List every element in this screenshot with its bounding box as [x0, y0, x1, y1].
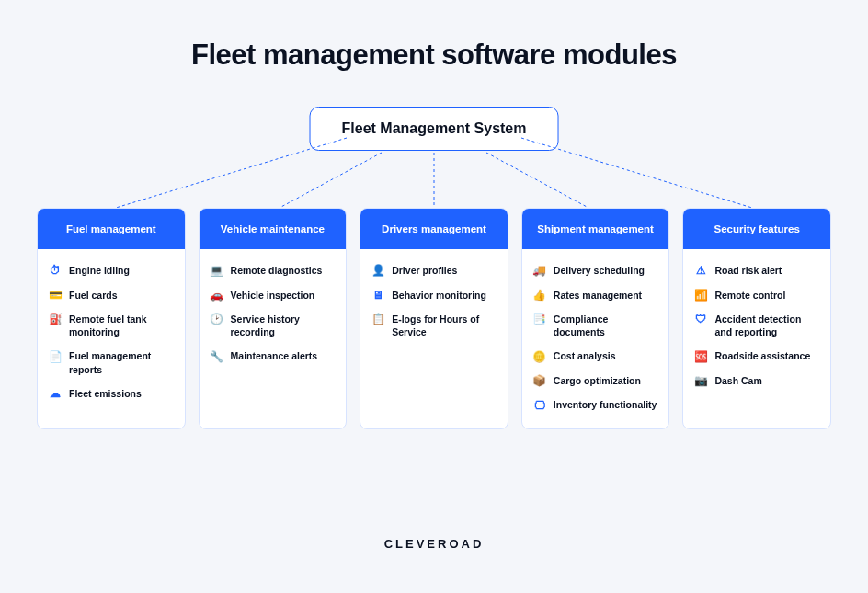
- feature-label: Engine idling: [69, 264, 130, 277]
- feature-label: Behavior monitoring: [392, 289, 486, 302]
- feature-label: Remote diagnostics: [231, 264, 323, 277]
- feature-label: Service history recording: [231, 313, 336, 338]
- history-icon: 🕑: [211, 314, 223, 326]
- feature-item: 🔧Maintenance alerts: [211, 349, 336, 363]
- feature-label: Fuel management reports: [69, 349, 174, 375]
- profile-icon: 👤: [371, 265, 384, 278]
- feature-label: Rates management: [554, 289, 642, 302]
- feature-label: Delivery scheduling: [554, 264, 645, 277]
- shield-icon: 🛡: [694, 314, 707, 326]
- feature-label: Maintenance alerts: [231, 349, 318, 362]
- feature-label: Roadside assistance: [714, 349, 810, 362]
- feature-label: Fleet emissions: [69, 387, 142, 400]
- feature-label: Compliance documents: [554, 313, 658, 338]
- feature-item: 👍Rates management: [533, 289, 658, 302]
- feature-label: Remote control: [714, 289, 785, 302]
- feature-item: 🕑Service history recording: [211, 313, 336, 338]
- feature-item: 📑Compliance documents: [533, 313, 658, 338]
- module-body: ⚠Road risk alert📶Remote control🛡Accident…: [683, 249, 830, 404]
- feature-item: ⏱Engine idling: [49, 264, 174, 278]
- feature-item: 🖥Behavior monitoring: [371, 289, 497, 302]
- doc-icon: 📑: [533, 314, 546, 326]
- feature-label: Dash Cam: [714, 374, 761, 387]
- thumb-icon: 👍: [533, 289, 546, 302]
- feature-item: 📋E-logs for Hours of Service: [371, 313, 497, 338]
- feature-item: 🪙Cost analysis: [533, 349, 658, 363]
- feature-item: 📄Fuel management reports: [49, 349, 174, 375]
- feature-item: 📷Dash Cam: [694, 374, 819, 388]
- module-card: Drivers management👤Driver profiles🖥Behav…: [360, 208, 508, 429]
- report-icon: 📄: [49, 350, 62, 363]
- truck-icon: 🚚: [533, 265, 546, 278]
- feature-label: Accident detection and reporting: [714, 313, 819, 338]
- module-header: Vehicle maintenance: [200, 209, 347, 249]
- module-body: 💻Remote diagnostics🚗Vehicle inspection🕑S…: [200, 249, 347, 380]
- remote-icon: 📶: [694, 289, 707, 302]
- module-card: Security features⚠Road risk alert📶Remote…: [682, 208, 831, 429]
- feature-item: 💳Fuel cards: [49, 289, 174, 302]
- feature-item: 🚗Vehicle inspection: [211, 289, 336, 302]
- box-icon: 📦: [533, 374, 546, 387]
- feature-label: Cost analysis: [554, 349, 616, 362]
- page-title: Fleet management software modules: [0, 0, 868, 72]
- card-icon: 💳: [49, 289, 62, 302]
- feature-label: E-logs for Hours of Service: [392, 313, 497, 338]
- feature-item: 📶Remote control: [694, 289, 819, 302]
- feature-label: Remote fuel tank monitoring: [69, 313, 174, 338]
- svg-line-3: [486, 153, 588, 208]
- feature-item: 🛡Accident detection and reporting: [694, 313, 819, 338]
- laptop-icon: 💻: [211, 265, 223, 278]
- pump-icon: ⛽: [49, 314, 62, 326]
- feature-item: 👤Driver profiles: [371, 264, 497, 278]
- feature-label: Inventory functionality: [554, 398, 657, 411]
- module-header: Drivers management: [360, 209, 508, 249]
- feature-item: ⛽Remote fuel tank monitoring: [49, 313, 174, 338]
- module-body: 👤Driver profiles🖥Behavior monitoring📋E-l…: [360, 249, 508, 355]
- feature-item: ⚠Road risk alert: [694, 264, 819, 278]
- module-body: ⏱Engine idling💳Fuel cards⛽Remote fuel ta…: [38, 249, 185, 416]
- screen-icon: 🖵: [533, 399, 546, 412]
- monitor-icon: 🖥: [371, 289, 384, 302]
- cloud-icon: ☁: [49, 387, 62, 400]
- feature-item: 🖵Inventory functionality: [533, 398, 658, 412]
- module-card: Vehicle maintenance💻Remote diagnostics🚗V…: [199, 208, 348, 429]
- feature-item: 📦Cargo optimization: [533, 374, 658, 388]
- modules-row: Fuel management⏱Engine idling💳Fuel cards…: [0, 208, 868, 429]
- feature-label: Road risk alert: [714, 264, 782, 277]
- svg-line-1: [280, 153, 382, 208]
- module-card: Shipment management🚚Delivery scheduling👍…: [521, 208, 670, 429]
- module-header: Fuel management: [38, 209, 185, 249]
- feature-label: Driver profiles: [392, 264, 457, 277]
- svg-line-4: [521, 138, 752, 208]
- feature-label: Cargo optimization: [554, 374, 641, 387]
- module-header: Security features: [683, 209, 830, 249]
- module-body: 🚚Delivery scheduling👍Rates management📑Co…: [522, 249, 669, 428]
- wrench-icon: 🔧: [211, 350, 223, 363]
- root-node: Fleet Management System: [310, 107, 559, 151]
- brand-footer: CLEVEROAD: [0, 537, 868, 551]
- feature-label: Vehicle inspection: [231, 289, 315, 302]
- camera-icon: 📷: [694, 374, 707, 387]
- module-header: Shipment management: [522, 209, 669, 249]
- feature-item: 🆘Roadside assistance: [694, 349, 819, 363]
- gauge-icon: ⏱: [49, 265, 62, 278]
- coin-icon: 🪙: [533, 350, 546, 363]
- feature-item: ☁Fleet emissions: [49, 387, 174, 401]
- feature-label: Fuel cards: [69, 289, 118, 302]
- module-card: Fuel management⏱Engine idling💳Fuel cards…: [37, 208, 186, 429]
- feature-item: 💻Remote diagnostics: [211, 264, 336, 278]
- car-icon: 🚗: [211, 289, 223, 302]
- alert-icon: ⚠: [694, 265, 707, 278]
- assist-icon: 🆘: [694, 350, 707, 363]
- log-icon: 📋: [371, 314, 384, 326]
- feature-item: 🚚Delivery scheduling: [533, 264, 658, 278]
